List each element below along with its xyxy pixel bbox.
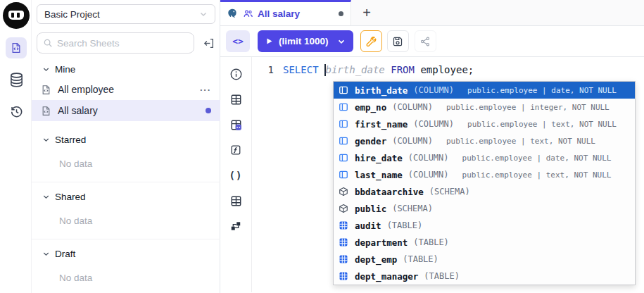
autocomplete-item[interactable]: birth_date (COLUMN) public.employee | da… bbox=[334, 82, 635, 99]
autocomplete-detail: public.employee | date, NOT NULL bbox=[467, 86, 617, 95]
sheet-tree: Mine All employee ··· bbox=[32, 59, 220, 292]
function-panel-button[interactable] bbox=[227, 142, 244, 158]
autocomplete-kind: (SCHEMA) bbox=[392, 204, 433, 213]
column-icon bbox=[339, 170, 349, 180]
ghost-suggestion: birth_date bbox=[326, 64, 385, 75]
line-number: 1 bbox=[252, 64, 283, 75]
tab-all-salary[interactable]: All salary bbox=[220, 0, 351, 25]
sheet-item-all-employee[interactable]: All employee ··· bbox=[32, 79, 220, 100]
editor-side-rail: () bbox=[220, 57, 252, 292]
autocomplete-kind: (TABLE) bbox=[403, 254, 438, 264]
autocomplete-item[interactable]: bbdataarchive (SCHEMA) bbox=[334, 183, 635, 200]
section-header-draft[interactable]: Draft bbox=[32, 244, 220, 263]
autocomplete-kind: (COLUMN) bbox=[408, 153, 449, 163]
autocomplete-item[interactable]: last_name (COLUMN) public.employee | tex… bbox=[334, 166, 635, 183]
autocomplete-kind: (COLUMN) bbox=[413, 119, 454, 129]
autocomplete-kind: (SCHEMA) bbox=[429, 187, 470, 197]
sheet-search-box[interactable] bbox=[37, 32, 194, 54]
section-divider bbox=[32, 239, 220, 239]
sheet-label: All salary bbox=[58, 105, 98, 116]
file-code-icon bbox=[11, 42, 22, 54]
sheet-more-menu[interactable]: ··· bbox=[200, 85, 211, 95]
autocomplete-name: first_name bbox=[355, 119, 408, 130]
file-code-icon bbox=[41, 85, 51, 95]
autocomplete-kind: (COLUMN) bbox=[413, 85, 454, 95]
column-icon bbox=[339, 119, 349, 129]
colored-table-button[interactable] bbox=[227, 117, 244, 132]
new-tab-button[interactable]: + bbox=[355, 0, 378, 25]
autocomplete-name: bbdataarchive bbox=[355, 187, 424, 197]
history-nav-button[interactable] bbox=[6, 101, 27, 122]
autocomplete-detail: public.employee | date, NOT NULL bbox=[462, 154, 612, 163]
section-header-starred[interactable]: Starred bbox=[32, 130, 220, 149]
autocomplete-item[interactable]: public (SCHEMA) bbox=[334, 200, 635, 217]
table-list-button[interactable] bbox=[227, 193, 244, 208]
autocomplete-item[interactable]: emp_no (COLUMN) public.employee | intege… bbox=[334, 99, 635, 116]
sheet-label: All employee bbox=[58, 84, 114, 95]
table-panel-button[interactable] bbox=[227, 92, 244, 107]
section-header-shared[interactable]: Shared bbox=[32, 187, 220, 206]
play-icon bbox=[265, 37, 273, 45]
brackets-panel-button[interactable]: () bbox=[227, 168, 244, 183]
autocomplete-kind: (COLUMN) bbox=[408, 170, 449, 180]
autocomplete-popup: birth_date (COLUMN) public.employee | da… bbox=[333, 81, 636, 285]
section-label: Mine bbox=[55, 64, 75, 75]
column-icon bbox=[339, 85, 349, 95]
autocomplete-item[interactable]: audit (TABLE) bbox=[334, 217, 635, 234]
collapse-sidebar-icon[interactable] bbox=[203, 37, 215, 49]
project-selector[interactable]: Basic Project bbox=[37, 4, 215, 24]
wrench-icon bbox=[365, 36, 377, 47]
autocomplete-name: public bbox=[355, 204, 386, 214]
share-sheet-button[interactable] bbox=[415, 30, 436, 52]
schema-diagram-button[interactable] bbox=[227, 218, 244, 234]
autocomplete-item[interactable]: first_name (COLUMN) public.employee | te… bbox=[334, 116, 635, 132]
section-divider bbox=[32, 182, 220, 182]
table-icon bbox=[339, 237, 349, 247]
autocomplete-detail: public.employee | text, NOT NULL bbox=[467, 120, 617, 129]
code-view-toggle[interactable]: <> bbox=[226, 30, 250, 52]
autocomplete-detail: public.employee | integer, NOT NULL bbox=[446, 103, 610, 112]
autocomplete-detail: public.employee | text, NOT NULL bbox=[446, 137, 595, 146]
sql-keyword: SELECT bbox=[283, 64, 319, 75]
databases-nav-button[interactable] bbox=[6, 69, 27, 90]
main-area: All salary + <> (limit 1000) bbox=[220, 0, 644, 293]
empty-placeholder: No data bbox=[32, 206, 220, 235]
save-sheet-button[interactable] bbox=[387, 30, 409, 52]
autocomplete-name: audit bbox=[355, 220, 381, 231]
sql-editor[interactable]: 1 SELECT birth_date FROM employee; birth… bbox=[252, 57, 644, 292]
autocomplete-item[interactable]: dept_manager (TABLE) bbox=[334, 268, 635, 285]
logo-face bbox=[8, 11, 24, 20]
run-options-chevron-icon[interactable] bbox=[337, 37, 346, 46]
empty-placeholder: No data bbox=[32, 149, 220, 177]
chevron-down-icon bbox=[199, 10, 208, 18]
format-sql-button[interactable] bbox=[360, 30, 382, 52]
table-icon bbox=[339, 271, 349, 281]
autocomplete-item[interactable]: department (TABLE) bbox=[334, 234, 635, 251]
autocomplete-item[interactable]: gender (COLUMN) public.employee | text, … bbox=[334, 132, 635, 149]
autocomplete-item[interactable]: hire_date (COLUMN) public.employee | dat… bbox=[334, 149, 635, 166]
autocomplete-kind: (COLUMN) bbox=[392, 136, 433, 146]
column-icon bbox=[339, 102, 349, 112]
autocomplete-kind: (TABLE) bbox=[387, 220, 423, 230]
empty-placeholder: No data bbox=[32, 263, 220, 292]
table-icon bbox=[339, 254, 349, 264]
bytebase-logo[interactable] bbox=[3, 2, 30, 29]
info-button[interactable] bbox=[227, 66, 244, 82]
run-query-button[interactable]: (limit 1000) bbox=[258, 30, 353, 52]
sql-editor-app: Basic Project bbox=[0, 0, 644, 293]
tab-unsaved-dot bbox=[339, 11, 343, 16]
autocomplete-name: dept_emp bbox=[355, 254, 397, 265]
project-selector-value: Basic Project bbox=[44, 9, 100, 20]
autocomplete-kind: (TABLE) bbox=[413, 237, 449, 247]
sql-keyword: FROM bbox=[391, 64, 415, 75]
autocomplete-item[interactable]: dept_emp (TABLE) bbox=[334, 251, 635, 268]
column-icon bbox=[339, 136, 349, 146]
search-sheets-input[interactable] bbox=[57, 38, 184, 49]
autocomplete-name: dept_manager bbox=[355, 271, 418, 282]
file-code-icon bbox=[41, 106, 51, 116]
section-header-mine[interactable]: Mine bbox=[32, 59, 220, 79]
sheet-item-all-salary[interactable]: All salary bbox=[32, 100, 220, 121]
worksheets-nav-button[interactable] bbox=[6, 37, 27, 58]
schema-cube-icon bbox=[339, 204, 349, 213]
chevron-down-icon bbox=[42, 193, 50, 201]
